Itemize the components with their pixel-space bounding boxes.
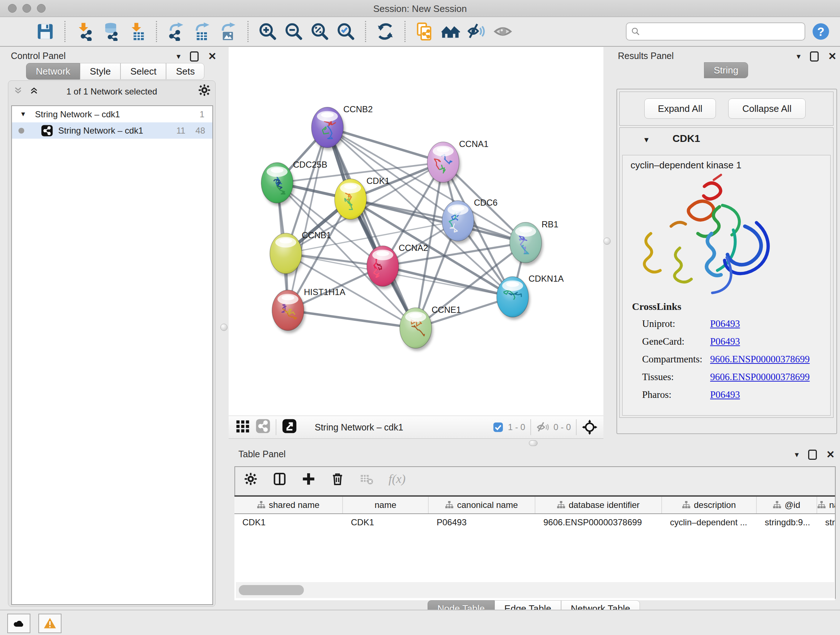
node-CDKN1A[interactable]: CDKN1A	[497, 274, 564, 320]
network-canvas[interactable]: CCNB2CCNA1CDC25BCDK1CDC6RB1CCNB1CCNA2CDK…	[229, 47, 603, 416]
export-table-button[interactable]	[192, 20, 213, 43]
save-session-button[interactable]	[35, 20, 56, 43]
node-CCNB2[interactable]: CCNB2	[311, 104, 373, 150]
search-input[interactable]	[643, 26, 800, 37]
search-field[interactable]	[626, 22, 805, 41]
table-panel-menu-button[interactable]: ▾	[795, 451, 799, 459]
column-header-name[interactable]: name	[343, 497, 429, 513]
string-show-button[interactable]	[493, 20, 513, 43]
zoom-fit-button[interactable]	[309, 20, 330, 43]
network-row[interactable]: String Network – cdk1 11 48	[12, 122, 212, 139]
cell-shared-name[interactable]: CDK1	[234, 514, 343, 531]
crosslink-value-link[interactable]: P06493	[710, 389, 740, 401]
cell-canonical-name[interactable]: P06493	[429, 514, 535, 531]
grid-view-button[interactable]	[235, 418, 250, 436]
column-header-namespace[interactable]: namespace	[817, 497, 835, 513]
control-panel-close-button[interactable]: ✕	[208, 51, 216, 62]
right-splitter-handle[interactable]	[603, 238, 611, 245]
network-collection-row[interactable]: ▼ String Network – cdk1 1	[12, 106, 212, 122]
string-hide-button[interactable]	[466, 20, 487, 43]
hidden-eye-slash-icon[interactable]	[536, 420, 550, 434]
tab-style[interactable]: Style	[80, 63, 120, 80]
collapse-all-button[interactable]: Collapse All	[728, 98, 806, 119]
string-home-button[interactable]	[440, 20, 461, 43]
results-panel-close-button[interactable]: ✕	[828, 51, 836, 62]
column-header-shared-name[interactable]: shared name	[234, 497, 343, 513]
expand-all-button[interactable]: Expand All	[644, 98, 716, 119]
zoom-selected-button[interactable]	[335, 20, 356, 43]
results-tab-string[interactable]: String	[704, 62, 748, 78]
table-row[interactable]: CDK1CDK1P064939606.ENSP00000378699cyclin…	[234, 514, 835, 531]
results-panel-float-button[interactable]	[810, 51, 819, 62]
network-overview-button[interactable]	[256, 418, 271, 436]
column-header-database-identifier[interactable]: database identifier	[535, 497, 662, 513]
string-import-button[interactable]	[414, 20, 435, 43]
control-panel-menu-button[interactable]: ▾	[177, 52, 180, 60]
column-header-canonical-name[interactable]: canonical name	[429, 497, 535, 513]
table-horizontal-scrollbar[interactable]	[236, 582, 834, 598]
crosslink-value-link[interactable]: 9606.ENSP00000378699	[710, 354, 810, 365]
left-splitter-handle[interactable]	[220, 324, 227, 331]
node-CDC25B[interactable]: CDC25B	[261, 160, 327, 206]
node-CCNA1[interactable]: CCNA1	[427, 139, 488, 185]
edge-CCNB2-HIST1H1A[interactable]	[288, 127, 327, 310]
edge-CCNB2-CCNE1[interactable]	[327, 127, 416, 328]
node-HIST1H1A[interactable]: HIST1H1A	[272, 287, 346, 333]
delete-column-trash-icon[interactable]	[331, 472, 344, 486]
node-label-CDK1: CDK1	[366, 176, 390, 186]
gene-collapse-triangle-icon[interactable]: ▼	[643, 136, 650, 144]
table-panel-close-button[interactable]: ✕	[826, 450, 835, 460]
node-CCNB1[interactable]: CCNB1	[270, 230, 331, 276]
table-options-gear-icon[interactable]	[244, 472, 257, 486]
cell-@id[interactable]: stringdb:9...	[757, 514, 817, 531]
cell-description[interactable]: cyclin–dependent ...	[662, 514, 757, 531]
zoom-in-button[interactable]	[257, 20, 278, 43]
import-network-database-button[interactable]	[100, 20, 121, 43]
show-columns-icon[interactable]	[273, 472, 286, 486]
cell-database-identifier[interactable]: 9606.ENSP00000378699	[535, 514, 662, 531]
scrollbar-thumb[interactable]	[239, 585, 304, 595]
zoom-out-button[interactable]	[283, 20, 304, 43]
import-network-file-button[interactable]	[74, 20, 95, 43]
help-button[interactable]: ?	[810, 20, 831, 43]
crosslink-value-link[interactable]: P06493	[710, 318, 740, 329]
results-panel-menu-button[interactable]: ▾	[797, 52, 801, 60]
node-RB1[interactable]: RB1	[510, 219, 559, 265]
collection-count: 1	[200, 109, 204, 119]
import-table-file-button[interactable]	[126, 20, 147, 43]
tab-sets[interactable]: Sets	[166, 63, 204, 80]
column-header-@id[interactable]: @id	[757, 497, 817, 513]
cell-namespace[interactable]: stringdb	[817, 514, 835, 531]
cloud-status-button[interactable]	[7, 614, 30, 633]
open-session-button[interactable]	[9, 20, 30, 43]
cell-name[interactable]: CDK1	[343, 514, 429, 531]
column-header-description[interactable]: description	[662, 497, 757, 513]
houses-icon	[441, 22, 460, 41]
detach-view-button[interactable]	[281, 418, 297, 436]
toolbar-separator	[65, 21, 65, 42]
edge-CCNE1-HIST1H1A[interactable]	[288, 310, 416, 328]
add-column-plus-icon[interactable]	[302, 472, 316, 486]
table-panel-float-button[interactable]	[808, 450, 817, 460]
bottom-splitter-handle[interactable]	[529, 440, 538, 446]
export-image-button[interactable]	[218, 20, 239, 43]
export-network-button[interactable]	[166, 20, 187, 43]
table-header-row: shared namenamecanonical namedatabase id…	[234, 497, 835, 514]
selected-checkbox-icon[interactable]	[493, 422, 504, 432]
node-CCNA2[interactable]: CCNA2	[367, 243, 428, 289]
warnings-button[interactable]	[38, 614, 62, 633]
shared-column-icon	[773, 501, 781, 509]
network-options-gear-icon[interactable]	[198, 84, 211, 99]
birdseye-crosshair-icon[interactable]	[582, 419, 598, 435]
edge-CCNB2-CCNA1[interactable]	[327, 127, 443, 162]
control-panel-float-button[interactable]	[190, 51, 199, 62]
crosslink-value-link[interactable]: 9606.ENSP00000378699	[710, 371, 810, 383]
refresh-button[interactable]	[375, 20, 396, 43]
crosslink-value-link[interactable]: P06493	[710, 336, 740, 347]
selected-nodes-edges-counter: 1 - 0	[508, 422, 525, 432]
collection-expand-triangle-icon[interactable]: ▼	[20, 111, 27, 118]
tab-select[interactable]: Select	[120, 63, 166, 80]
tab-network[interactable]: Network	[26, 63, 80, 80]
node-label-HIST1H1A: HIST1H1A	[304, 287, 346, 297]
node-CCNE1[interactable]: CCNE1	[400, 305, 461, 351]
